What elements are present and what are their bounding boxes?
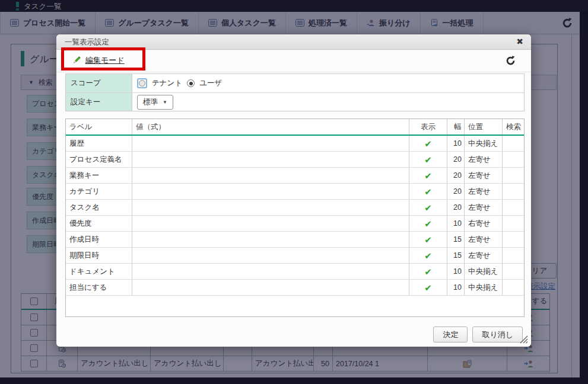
list-display-settings-dialog: 一覧表示設定 ✖ 編集モード スコープ テナント ユーザ 設定: [56, 34, 531, 347]
config-row-process-definition: プロセス定義名 ✔ 20 左寄せ: [66, 152, 524, 168]
dialog-title-bar[interactable]: 一覧表示設定 ✖: [56, 34, 531, 50]
radio-tenant[interactable]: [137, 78, 147, 88]
edit-mode-link[interactable]: 編集モード: [71, 55, 125, 66]
dialog-toolbar: 編集モード: [56, 50, 531, 72]
config-table-header: ラベル 値（式） 表示 幅 位置 検索: [66, 119, 524, 136]
setting-key-label: 設定キー: [66, 93, 132, 111]
edit-mode-label: 編集モード: [85, 55, 125, 66]
radio-user[interactable]: [187, 79, 195, 87]
refresh-icon[interactable]: [506, 56, 516, 66]
check-icon: ✔: [424, 203, 432, 212]
check-icon: ✔: [424, 267, 432, 276]
scope-label: スコープ: [66, 74, 132, 92]
chevron-down-icon: ▼: [163, 100, 167, 105]
radio-tenant-label[interactable]: テナント: [152, 78, 182, 88]
check-icon: ✔: [424, 187, 432, 196]
check-icon: ✔: [424, 155, 432, 164]
check-icon: ✔: [424, 171, 432, 180]
column-config-table: ラベル 値（式） 表示 幅 位置 検索 履歴 ✔ 10 中央揃え プロセス定義名…: [65, 119, 525, 317]
check-icon: ✔: [424, 235, 432, 244]
radio-user-label[interactable]: ユーザ: [199, 78, 222, 88]
header-position: 位置: [465, 119, 503, 135]
config-row-task-name: タスク名 ✔ 20 左寄せ: [66, 200, 524, 216]
close-icon[interactable]: ✖: [516, 37, 523, 46]
dialog-footer: 決定 取り消し: [433, 327, 523, 343]
resize-handle[interactable]: [519, 335, 528, 344]
confirm-button[interactable]: 決定: [433, 327, 468, 343]
config-row-assign: 担当にする ✔ 10 中央揃え: [66, 280, 524, 296]
setting-key-value: 標準: [143, 97, 158, 107]
application-window: タスク一覧 プロセス開始一覧 グループタスク一覧 個人タスク一覧 処理済一覧 振…: [0, 0, 588, 384]
check-icon: ✔: [424, 251, 432, 260]
check-icon: ✔: [424, 219, 432, 228]
config-row-business-key: 業務キー ✔ 20 左寄せ: [66, 168, 524, 184]
scope-settings-table: スコープ テナント ユーザ 設定キー 標準 ▼: [65, 73, 525, 111]
setting-key-select[interactable]: 標準 ▼: [137, 95, 173, 110]
header-search: 検索: [503, 119, 524, 135]
header-value: 値（式）: [132, 119, 409, 135]
setting-key-row: 設定キー 標準 ▼: [66, 92, 524, 111]
check-icon: ✔: [424, 139, 432, 148]
header-visible: 表示: [409, 119, 447, 135]
cancel-button[interactable]: 取り消し: [472, 327, 523, 343]
header-width: 幅: [447, 119, 465, 135]
config-row-category: カテゴリ ✔ 20 左寄せ: [66, 184, 524, 200]
config-row-priority: 優先度 ✔ 10 右寄せ: [66, 216, 524, 232]
config-row-history: 履歴 ✔ 10 中央揃え: [66, 136, 524, 152]
config-row-created-at: 作成日時 ✔ 15 左寄せ: [66, 232, 524, 248]
config-row-document: ドキュメント ✔ 10 中央揃え: [66, 264, 524, 280]
dialog-title: 一覧表示設定: [65, 37, 109, 47]
check-icon: ✔: [424, 283, 432, 292]
scope-row: スコープ テナント ユーザ: [66, 74, 524, 92]
header-label: ラベル: [66, 119, 132, 135]
config-row-due-at: 期限日時 ✔ 15 左寄せ: [66, 248, 524, 264]
pencil-icon: [71, 55, 81, 66]
